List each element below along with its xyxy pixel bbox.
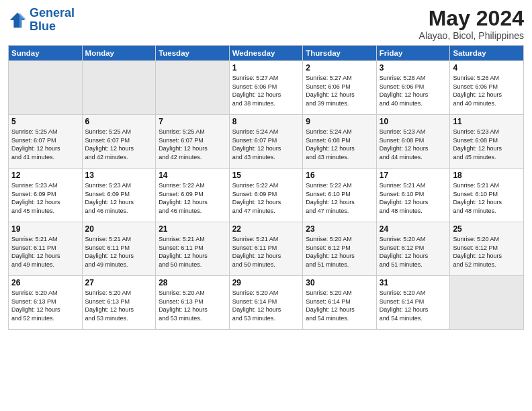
calendar-table: SundayMondayTuesdayWednesdayThursdayFrid… [8,45,524,330]
day-number: 27 [85,278,153,287]
calendar-cell: 20Sunrise: 5:21 AM Sunset: 6:11 PM Dayli… [82,222,156,276]
day-number: 5 [11,117,79,126]
subtitle: Alayao, Bicol, Philippines [419,30,524,41]
title-block: May 2024 Alayao, Bicol, Philippines [419,7,524,41]
calendar-cell: 3Sunrise: 5:26 AM Sunset: 6:06 PM Daylig… [376,61,450,115]
day-number: 28 [159,278,226,287]
day-info: Sunrise: 5:23 AM Sunset: 6:09 PM Dayligh… [85,181,153,215]
calendar-cell: 22Sunrise: 5:21 AM Sunset: 6:11 PM Dayli… [229,222,303,276]
day-info: Sunrise: 5:22 AM Sunset: 6:09 PM Dayligh… [232,181,300,215]
logo-icon [8,11,27,30]
day-info: Sunrise: 5:24 AM Sunset: 6:07 PM Dayligh… [232,128,300,161]
calendar-cell: 12Sunrise: 5:23 AM Sunset: 6:09 PM Dayli… [9,169,83,222]
calendar-cell [82,61,156,115]
calendar-cell: 23Sunrise: 5:20 AM Sunset: 6:12 PM Dayli… [303,222,377,276]
page: General Blue May 2024 Alayao, Bicol, Phi… [0,0,532,411]
calendar-week-row: 19Sunrise: 5:21 AM Sunset: 6:11 PM Dayli… [9,222,524,276]
weekday-header-cell: Monday [82,46,156,61]
calendar-cell: 11Sunrise: 5:23 AM Sunset: 6:08 PM Dayli… [450,115,524,169]
day-number: 17 [380,171,447,180]
day-info: Sunrise: 5:20 AM Sunset: 6:14 PM Dayligh… [232,289,300,322]
day-info: Sunrise: 5:25 AM Sunset: 6:07 PM Dayligh… [85,128,153,161]
calendar-cell: 4Sunrise: 5:26 AM Sunset: 6:06 PM Daylig… [450,61,524,115]
day-number: 25 [453,224,521,234]
weekday-header-cell: Friday [376,46,450,61]
calendar-cell: 21Sunrise: 5:21 AM Sunset: 6:11 PM Dayli… [156,222,230,276]
weekday-header-cell: Sunday [9,46,83,61]
day-info: Sunrise: 5:21 AM Sunset: 6:11 PM Dayligh… [85,235,153,269]
calendar-cell: 31Sunrise: 5:20 AM Sunset: 6:14 PM Dayli… [376,276,450,330]
day-number: 2 [306,63,373,73]
calendar-cell: 10Sunrise: 5:23 AM Sunset: 6:08 PM Dayli… [376,115,450,169]
day-info: Sunrise: 5:21 AM Sunset: 6:11 PM Dayligh… [232,235,300,269]
day-info: Sunrise: 5:20 AM Sunset: 6:12 PM Dayligh… [306,235,373,269]
day-number: 21 [159,224,226,234]
logo-text: General Blue [30,7,75,34]
calendar-cell: 27Sunrise: 5:20 AM Sunset: 6:13 PM Dayli… [82,276,156,330]
day-number: 6 [85,117,153,126]
day-number: 22 [232,224,300,234]
day-number: 8 [232,117,300,126]
day-info: Sunrise: 5:20 AM Sunset: 6:14 PM Dayligh… [306,289,373,322]
day-number: 23 [306,224,373,234]
day-number: 19 [11,224,79,234]
calendar-cell: 25Sunrise: 5:20 AM Sunset: 6:12 PM Dayli… [450,222,524,276]
day-number: 30 [306,278,373,287]
day-info: Sunrise: 5:23 AM Sunset: 6:09 PM Dayligh… [11,181,79,215]
day-number: 20 [85,224,153,234]
day-number: 10 [380,117,447,126]
calendar-cell: 18Sunrise: 5:21 AM Sunset: 6:10 PM Dayli… [450,169,524,222]
day-info: Sunrise: 5:26 AM Sunset: 6:06 PM Dayligh… [453,74,521,107]
day-info: Sunrise: 5:21 AM Sunset: 6:11 PM Dayligh… [11,235,79,269]
calendar-cell: 14Sunrise: 5:22 AM Sunset: 6:09 PM Dayli… [156,169,230,222]
day-info: Sunrise: 5:23 AM Sunset: 6:08 PM Dayligh… [380,128,447,161]
day-info: Sunrise: 5:21 AM Sunset: 6:11 PM Dayligh… [159,235,226,269]
calendar-cell [9,61,83,115]
calendar-week-row: 12Sunrise: 5:23 AM Sunset: 6:09 PM Dayli… [9,169,524,222]
day-info: Sunrise: 5:27 AM Sunset: 6:06 PM Dayligh… [306,74,373,107]
calendar-cell: 7Sunrise: 5:25 AM Sunset: 6:07 PM Daylig… [156,115,230,169]
header: General Blue May 2024 Alayao, Bicol, Phi… [8,7,524,41]
calendar-cell: 6Sunrise: 5:25 AM Sunset: 6:07 PM Daylig… [82,115,156,169]
calendar-week-row: 1Sunrise: 5:27 AM Sunset: 6:06 PM Daylig… [9,61,524,115]
day-info: Sunrise: 5:25 AM Sunset: 6:07 PM Dayligh… [159,128,226,161]
day-info: Sunrise: 5:21 AM Sunset: 6:10 PM Dayligh… [380,181,447,215]
day-number: 12 [11,171,79,180]
weekday-header-row: SundayMondayTuesdayWednesdayThursdayFrid… [9,46,524,61]
day-number: 16 [306,171,373,180]
calendar-cell: 1Sunrise: 5:27 AM Sunset: 6:06 PM Daylig… [229,61,303,115]
day-info: Sunrise: 5:20 AM Sunset: 6:13 PM Dayligh… [11,289,79,322]
day-info: Sunrise: 5:23 AM Sunset: 6:08 PM Dayligh… [453,128,521,161]
calendar-cell: 26Sunrise: 5:20 AM Sunset: 6:13 PM Dayli… [9,276,83,330]
calendar-cell: 15Sunrise: 5:22 AM Sunset: 6:09 PM Dayli… [229,169,303,222]
day-number: 13 [85,171,153,180]
day-info: Sunrise: 5:22 AM Sunset: 6:09 PM Dayligh… [159,181,226,215]
calendar-cell: 28Sunrise: 5:20 AM Sunset: 6:13 PM Dayli… [156,276,230,330]
day-info: Sunrise: 5:21 AM Sunset: 6:10 PM Dayligh… [453,181,521,215]
calendar-cell: 5Sunrise: 5:25 AM Sunset: 6:07 PM Daylig… [9,115,83,169]
day-number: 4 [453,63,521,73]
day-info: Sunrise: 5:26 AM Sunset: 6:06 PM Dayligh… [380,74,447,107]
calendar-cell: 17Sunrise: 5:21 AM Sunset: 6:10 PM Dayli… [376,169,450,222]
day-info: Sunrise: 5:27 AM Sunset: 6:06 PM Dayligh… [232,74,300,107]
calendar-cell: 29Sunrise: 5:20 AM Sunset: 6:14 PM Dayli… [229,276,303,330]
calendar-cell [450,276,524,330]
day-number: 9 [306,117,373,126]
main-title: May 2024 [419,7,524,30]
weekday-header-cell: Wednesday [229,46,303,61]
day-info: Sunrise: 5:24 AM Sunset: 6:08 PM Dayligh… [306,128,373,161]
day-number: 29 [232,278,300,287]
day-info: Sunrise: 5:25 AM Sunset: 6:07 PM Dayligh… [11,128,79,161]
day-number: 11 [453,117,521,126]
weekday-header-cell: Tuesday [156,46,230,61]
day-number: 3 [380,63,447,73]
day-number: 18 [453,171,521,180]
day-number: 1 [232,63,300,73]
calendar-cell: 24Sunrise: 5:20 AM Sunset: 6:12 PM Dayli… [376,222,450,276]
weekday-header-cell: Saturday [450,46,524,61]
calendar-cell: 30Sunrise: 5:20 AM Sunset: 6:14 PM Dayli… [303,276,377,330]
calendar-cell: 8Sunrise: 5:24 AM Sunset: 6:07 PM Daylig… [229,115,303,169]
day-info: Sunrise: 5:20 AM Sunset: 6:13 PM Dayligh… [159,289,226,322]
calendar-cell: 19Sunrise: 5:21 AM Sunset: 6:11 PM Dayli… [9,222,83,276]
day-number: 15 [232,171,300,180]
